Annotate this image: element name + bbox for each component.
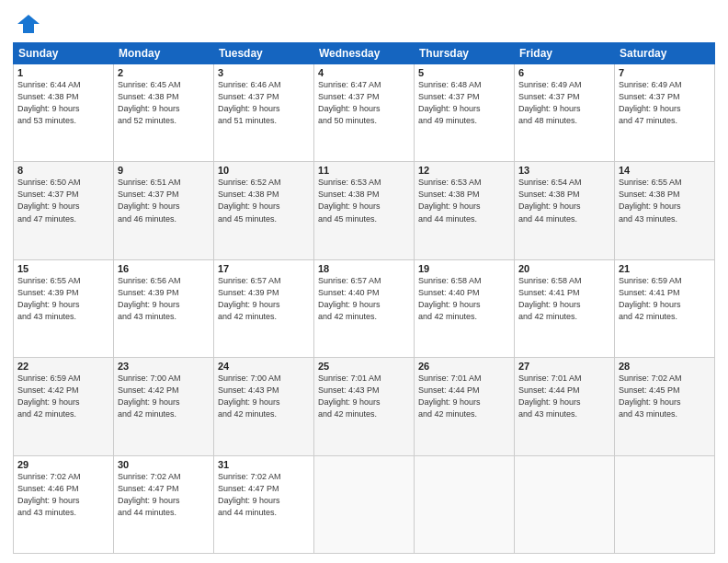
calendar-week-row: 22Sunrise: 6:59 AM Sunset: 4:42 PM Dayli… <box>14 358 715 455</box>
day-info: Sunrise: 6:49 AM Sunset: 4:37 PM Dayligh… <box>619 79 711 127</box>
day-info: Sunrise: 6:57 AM Sunset: 4:39 PM Dayligh… <box>218 275 310 323</box>
calendar-day-cell: 26Sunrise: 7:01 AM Sunset: 4:44 PM Dayli… <box>415 358 515 455</box>
calendar-day-cell: 30Sunrise: 7:02 AM Sunset: 4:47 PM Dayli… <box>114 455 214 553</box>
header <box>13 11 715 37</box>
day-info: Sunrise: 7:00 AM Sunset: 4:42 PM Dayligh… <box>118 373 210 420</box>
calendar-day-cell <box>515 455 615 553</box>
calendar-body: 1Sunrise: 6:44 AM Sunset: 4:38 PM Daylig… <box>14 64 715 554</box>
calendar-day-cell: 7Sunrise: 6:49 AM Sunset: 4:37 PM Daylig… <box>615 64 715 162</box>
day-info: Sunrise: 6:55 AM Sunset: 4:39 PM Dayligh… <box>17 275 109 323</box>
day-number: 24 <box>218 361 310 372</box>
calendar-day-cell <box>415 455 515 553</box>
calendar-week-row: 15Sunrise: 6:55 AM Sunset: 4:39 PM Dayli… <box>14 259 715 357</box>
day-info: Sunrise: 7:01 AM Sunset: 4:44 PM Dayligh… <box>518 373 610 420</box>
calendar-day-cell: 15Sunrise: 6:55 AM Sunset: 4:39 PM Dayli… <box>14 259 114 357</box>
calendar-day-cell <box>314 455 415 553</box>
day-number: 5 <box>418 67 510 78</box>
calendar-day-cell: 24Sunrise: 7:00 AM Sunset: 4:43 PM Dayli… <box>214 358 314 455</box>
day-number: 3 <box>218 67 310 78</box>
day-info: Sunrise: 7:02 AM Sunset: 4:47 PM Dayligh… <box>118 471 210 519</box>
day-info: Sunrise: 6:53 AM Sunset: 4:38 PM Dayligh… <box>418 177 510 224</box>
day-number: 26 <box>418 361 510 372</box>
calendar-day-cell: 8Sunrise: 6:50 AM Sunset: 4:37 PM Daylig… <box>14 162 114 259</box>
day-number: 21 <box>619 263 711 274</box>
calendar-header-cell: Wednesday <box>314 43 415 64</box>
page: SundayMondayTuesdayWednesdayThursdayFrid… <box>0 0 728 563</box>
calendar-day-cell: 27Sunrise: 7:01 AM Sunset: 4:44 PM Dayli… <box>515 358 615 455</box>
calendar-header-cell: Thursday <box>415 43 515 64</box>
day-info: Sunrise: 6:47 AM Sunset: 4:37 PM Dayligh… <box>318 79 410 127</box>
calendar-day-cell: 23Sunrise: 7:00 AM Sunset: 4:42 PM Dayli… <box>114 358 214 455</box>
calendar-day-cell: 10Sunrise: 6:52 AM Sunset: 4:38 PM Dayli… <box>214 162 314 259</box>
calendar-day-cell <box>615 455 715 553</box>
day-number: 18 <box>318 263 410 274</box>
calendar-header-cell: Saturday <box>615 43 715 64</box>
day-number: 22 <box>17 361 109 372</box>
day-number: 15 <box>17 263 109 274</box>
day-info: Sunrise: 6:52 AM Sunset: 4:38 PM Dayligh… <box>218 177 310 224</box>
calendar-day-cell: 9Sunrise: 6:51 AM Sunset: 4:37 PM Daylig… <box>114 162 214 259</box>
calendar-day-cell: 29Sunrise: 7:02 AM Sunset: 4:46 PM Dayli… <box>14 455 114 553</box>
day-number: 10 <box>218 165 310 176</box>
calendar-day-cell: 16Sunrise: 6:56 AM Sunset: 4:39 PM Dayli… <box>114 259 214 357</box>
day-info: Sunrise: 6:57 AM Sunset: 4:40 PM Dayligh… <box>318 275 410 323</box>
day-info: Sunrise: 6:59 AM Sunset: 4:41 PM Dayligh… <box>619 275 711 323</box>
day-info: Sunrise: 7:02 AM Sunset: 4:45 PM Dayligh… <box>619 373 711 420</box>
calendar-day-cell: 12Sunrise: 6:53 AM Sunset: 4:38 PM Dayli… <box>415 162 515 259</box>
day-number: 12 <box>418 165 510 176</box>
calendar-day-cell: 4Sunrise: 6:47 AM Sunset: 4:37 PM Daylig… <box>314 64 415 162</box>
day-number: 11 <box>318 165 410 176</box>
day-number: 30 <box>118 459 210 470</box>
calendar-week-row: 1Sunrise: 6:44 AM Sunset: 4:38 PM Daylig… <box>14 64 715 162</box>
day-number: 29 <box>17 459 109 470</box>
day-number: 31 <box>218 459 310 470</box>
day-info: Sunrise: 6:53 AM Sunset: 4:38 PM Dayligh… <box>318 177 410 224</box>
day-info: Sunrise: 7:02 AM Sunset: 4:46 PM Dayligh… <box>17 471 109 519</box>
calendar-day-cell: 5Sunrise: 6:48 AM Sunset: 4:37 PM Daylig… <box>415 64 515 162</box>
day-number: 2 <box>118 67 210 78</box>
day-info: Sunrise: 7:01 AM Sunset: 4:43 PM Dayligh… <box>318 373 410 420</box>
calendar-day-cell: 13Sunrise: 6:54 AM Sunset: 4:38 PM Dayli… <box>515 162 615 259</box>
calendar-day-cell: 19Sunrise: 6:58 AM Sunset: 4:40 PM Dayli… <box>415 259 515 357</box>
calendar-header-cell: Sunday <box>14 43 114 64</box>
day-number: 19 <box>418 263 510 274</box>
day-number: 17 <box>218 263 310 274</box>
calendar-day-cell: 25Sunrise: 7:01 AM Sunset: 4:43 PM Dayli… <box>314 358 415 455</box>
logo <box>13 11 41 37</box>
day-info: Sunrise: 6:46 AM Sunset: 4:37 PM Dayligh… <box>218 79 310 127</box>
calendar-day-cell: 14Sunrise: 6:55 AM Sunset: 4:38 PM Dayli… <box>615 162 715 259</box>
calendar-week-row: 8Sunrise: 6:50 AM Sunset: 4:37 PM Daylig… <box>14 162 715 259</box>
calendar-header-cell: Monday <box>114 43 214 64</box>
day-number: 16 <box>118 263 210 274</box>
calendar-header-cell: Friday <box>515 43 615 64</box>
day-number: 9 <box>118 165 210 176</box>
day-number: 28 <box>619 361 711 372</box>
day-info: Sunrise: 6:58 AM Sunset: 4:41 PM Dayligh… <box>518 275 610 323</box>
day-info: Sunrise: 6:45 AM Sunset: 4:38 PM Dayligh… <box>118 79 210 127</box>
calendar-day-cell: 2Sunrise: 6:45 AM Sunset: 4:38 PM Daylig… <box>114 64 214 162</box>
calendar-day-cell: 21Sunrise: 6:59 AM Sunset: 4:41 PM Dayli… <box>615 259 715 357</box>
day-number: 25 <box>318 361 410 372</box>
day-info: Sunrise: 6:49 AM Sunset: 4:37 PM Dayligh… <box>518 79 610 127</box>
calendar-day-cell: 22Sunrise: 6:59 AM Sunset: 4:42 PM Dayli… <box>14 358 114 455</box>
day-number: 23 <box>118 361 210 372</box>
day-number: 7 <box>619 67 711 78</box>
day-info: Sunrise: 6:50 AM Sunset: 4:37 PM Dayligh… <box>17 177 109 224</box>
calendar-day-cell: 17Sunrise: 6:57 AM Sunset: 4:39 PM Dayli… <box>214 259 314 357</box>
calendar-header-row: SundayMondayTuesdayWednesdayThursdayFrid… <box>14 43 715 64</box>
calendar-day-cell: 20Sunrise: 6:58 AM Sunset: 4:41 PM Dayli… <box>515 259 615 357</box>
calendar-header-cell: Tuesday <box>214 43 314 64</box>
day-info: Sunrise: 6:59 AM Sunset: 4:42 PM Dayligh… <box>17 373 109 420</box>
calendar-week-row: 29Sunrise: 7:02 AM Sunset: 4:46 PM Dayli… <box>14 455 715 553</box>
calendar-day-cell: 6Sunrise: 6:49 AM Sunset: 4:37 PM Daylig… <box>515 64 615 162</box>
svg-marker-0 <box>17 15 40 33</box>
day-info: Sunrise: 7:01 AM Sunset: 4:44 PM Dayligh… <box>418 373 510 420</box>
calendar-day-cell: 1Sunrise: 6:44 AM Sunset: 4:38 PM Daylig… <box>14 64 114 162</box>
day-number: 1 <box>17 67 109 78</box>
calendar-day-cell: 18Sunrise: 6:57 AM Sunset: 4:40 PM Dayli… <box>314 259 415 357</box>
day-info: Sunrise: 6:51 AM Sunset: 4:37 PM Dayligh… <box>118 177 210 224</box>
day-number: 27 <box>518 361 610 372</box>
day-info: Sunrise: 6:58 AM Sunset: 4:40 PM Dayligh… <box>418 275 510 323</box>
day-number: 6 <box>518 67 610 78</box>
logo-icon <box>16 11 41 37</box>
